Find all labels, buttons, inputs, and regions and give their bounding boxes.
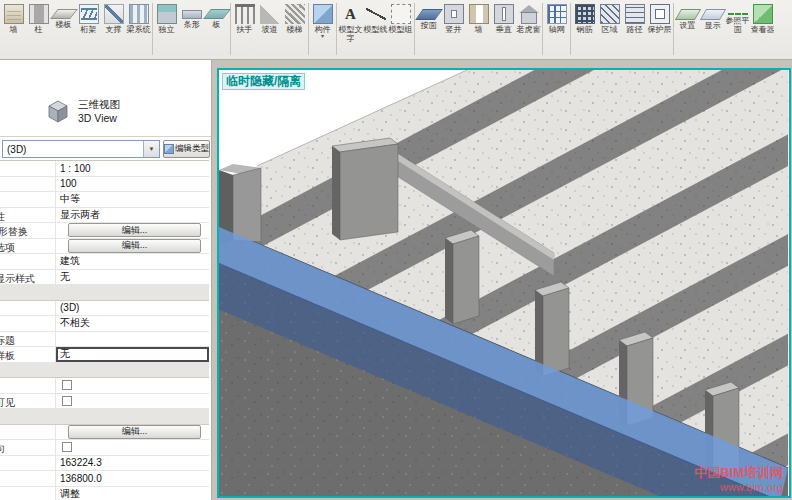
ribbon-button-slab-found[interactable]: 板 [204, 2, 229, 29]
prop-label: 目标高度 [0, 471, 56, 486]
view-type-title: 三维视图 [78, 97, 120, 111]
ribbon-button-ref-plane[interactable]: 参照平面 [725, 2, 750, 34]
prop-value[interactable]: 中等 [56, 192, 209, 207]
slab-found-icon [203, 9, 231, 19]
checkbox[interactable] [62, 380, 72, 390]
truss-icon [79, 4, 99, 24]
prop-value: 编辑... [56, 239, 209, 254]
ribbon-button-set[interactable]: 设置 [675, 2, 700, 30]
ribbon-button-label: 桁架 [81, 25, 97, 34]
ribbon-button-column[interactable]: 柱 [26, 2, 51, 34]
properties-palette: 三维视图 3D View (3D) ▼ 编辑类型 视图比例1 : 100比例值 … [0, 60, 212, 500]
prop-section-header [0, 285, 209, 301]
viewport-canvas[interactable] [219, 70, 789, 496]
ribbon-button-model-group[interactable]: 模型组 [388, 2, 413, 34]
edit-button[interactable]: 编辑... [68, 223, 201, 237]
prop-value: 编辑... [56, 425, 209, 440]
prop-value[interactable]: 1 : 100 [56, 161, 209, 176]
prop-value[interactable]: 无 [56, 270, 209, 285]
ribbon-button-label: 路径 [627, 25, 643, 34]
ribbon-button-dormer[interactable]: 老虎窗 [516, 2, 541, 34]
prop-value[interactable] [56, 332, 209, 347]
ribbon-button-strip[interactable]: 条形 [179, 2, 204, 29]
ribbon-button-model-line[interactable]: 模型线 [363, 2, 388, 34]
prop-value[interactable]: 无 [56, 347, 209, 362]
prop-row: 视图名称(3D) [0, 301, 209, 317]
prop-value[interactable]: 调整 [56, 487, 209, 500]
ribbon-button-wall-opening[interactable]: 墙 [466, 2, 491, 34]
prop-label: 可见性/图形替换 [0, 223, 56, 238]
chevron-down-icon[interactable]: ▼ [143, 141, 159, 157]
prop-label: 比例值 1: [0, 177, 56, 192]
edit-button[interactable]: 编辑... [68, 239, 201, 253]
prop-label: 视点高度 [0, 456, 56, 471]
type-selector[interactable]: 三维视图 3D View [0, 86, 211, 137]
edit-type-button[interactable]: 编辑类型 [163, 140, 210, 158]
ribbon-button-label: 墙 [475, 25, 483, 34]
ribbon-button-viewer[interactable]: 查看器 [750, 2, 775, 34]
ribbon-button-vertical[interactable]: 垂直 [491, 2, 516, 34]
checkbox[interactable] [62, 396, 72, 406]
prop-row: 裁剪视图 [0, 378, 209, 394]
ribbon-button-label: 保护层 [648, 25, 672, 34]
ribbon-button-path[interactable]: 路径 [622, 2, 647, 34]
ribbon-button-label: 模型组 [389, 25, 413, 34]
ribbon-button-model-text[interactable]: 模型文字 [338, 2, 363, 43]
prop-label: 相机位置 [0, 487, 56, 500]
checkbox[interactable] [62, 442, 72, 452]
edit-button[interactable]: 编辑... [68, 425, 201, 439]
ribbon-button-rebar[interactable]: 钢筋 [572, 2, 597, 34]
dormer-icon [519, 4, 539, 24]
ribbon-button-isolated[interactable]: 独立 [154, 2, 179, 34]
prop-label: 规程 [0, 254, 56, 269]
prop-value[interactable]: 136800.0 [56, 471, 209, 486]
edit-type-label: 编辑类型 [175, 143, 209, 155]
ramp-icon [260, 4, 280, 24]
ribbon-button-railing[interactable]: 扶手 [232, 2, 257, 34]
ribbon-button-stair[interactable]: 楼梯 [282, 2, 307, 34]
ribbon-button-truss[interactable]: 桁架 [76, 2, 101, 34]
prop-label: 视图比例 [0, 161, 56, 176]
rebar-icon [575, 4, 595, 24]
isolated-icon [157, 4, 177, 24]
dropdown-arrow-icon: ▾ [321, 34, 324, 39]
wall-icon [4, 4, 24, 24]
view-selector-combo[interactable]: (3D) ▼ [2, 140, 160, 158]
ribbon-button-wall[interactable]: 墙 [1, 2, 26, 34]
shaft-icon [444, 4, 464, 24]
prop-value[interactable]: 163224.3 [56, 456, 209, 471]
by-face-icon [415, 9, 443, 20]
ribbon-button-beam-system[interactable]: 梁系统 [126, 2, 151, 34]
ribbon-group-work-plane: 设置显示参照平面查看器 [675, 2, 775, 34]
ribbon-button-label: 扶手 [237, 25, 253, 34]
ribbon-button-show[interactable]: 显示 [700, 2, 725, 30]
concrete-beam-stub[interactable] [332, 138, 398, 240]
ribbon-button-label: 模型线 [364, 25, 388, 34]
ribbon-button-label: 老虎窗 [517, 25, 541, 34]
ribbon-button-shaft[interactable]: 竖井 [441, 2, 466, 34]
prop-value[interactable]: (3D) [56, 301, 209, 316]
ribbon-button-label: 支撑 [106, 25, 122, 34]
prop-value[interactable]: 100 [56, 177, 209, 192]
prop-value[interactable]: 显示两者 [56, 208, 209, 223]
ribbon-button-brace[interactable]: 支撑 [101, 2, 126, 34]
ribbon-button-cover[interactable]: 保护层 [647, 2, 672, 34]
ribbon-button-component[interactable]: 构件▾ [310, 2, 335, 39]
ribbon-button-area[interactable]: 区域 [597, 2, 622, 34]
3d-viewport[interactable]: 临时隐藏/隔离 中国BIM培训网 www.bim.org [217, 68, 791, 498]
prop-label: 图形显示选项 [0, 239, 56, 254]
ribbon-button-floor[interactable]: 楼板 [51, 2, 76, 29]
concrete-beam-stub[interactable] [535, 282, 569, 376]
concrete-beam-stub[interactable] [445, 230, 479, 324]
cover-icon [650, 4, 670, 24]
ribbon-button-grid[interactable]: 轴网 [544, 2, 569, 34]
ribbon-button-by-face[interactable]: 按面 [416, 2, 441, 30]
prop-section-header [0, 363, 209, 379]
wall-opening-icon [469, 4, 489, 24]
ribbon-group-separator [673, 3, 674, 55]
prop-row: 图形显示选项编辑... [0, 239, 209, 255]
ribbon-button-ramp[interactable]: 坡道 [257, 2, 282, 34]
prop-value[interactable]: 不相关 [56, 316, 209, 331]
prop-value[interactable]: 建筑 [56, 254, 209, 269]
prop-label: 裁剪视图 [0, 378, 56, 393]
